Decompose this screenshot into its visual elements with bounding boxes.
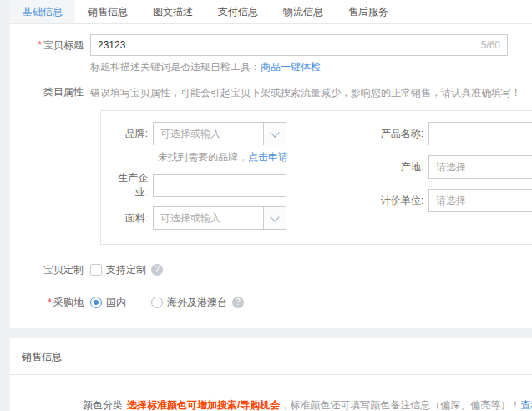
brand-row: 品牌: 可选择或输入	[106, 122, 370, 145]
title-helper-row: 标题和描述关键词是否违规自检工具：商品一键体检	[90, 60, 532, 74]
unit-row: 计价单位:	[370, 189, 532, 212]
fabric-row: 面料: 可选择或输入	[106, 206, 370, 230]
color-class-note: 选择标准颜色可增加搜索/导购机会，标准颜色还可填写颜色备注信息（偏深、偏亮等）！…	[127, 398, 532, 411]
origin-row: 产地:	[370, 155, 532, 179]
color-note-rest: ，标准颜色还可填写颜色备注信息（偏深、偏亮等）！	[280, 399, 520, 411]
category-attr-box: 品牌: 可选择或输入 未找到需要的品牌，点击申请 生产企业: 面料: 可选择或输…	[100, 110, 532, 245]
brand-select-value: 可选择或输入	[154, 123, 263, 145]
chevron-down-icon[interactable]	[263, 207, 286, 229]
product-title-input[interactable]: 23123 5/60	[90, 34, 508, 56]
chevron-down-icon[interactable]	[263, 123, 286, 145]
manufacturer-input[interactable]	[153, 174, 286, 197]
support-custom-text: 支持定制	[106, 263, 146, 277]
view-details-link[interactable]: 查看详情	[520, 399, 532, 411]
unit-select[interactable]	[428, 189, 532, 212]
form-tabbar: 基础信息 销售信息 图文描述 支付信息 物流信息 售后服务	[10, 0, 532, 24]
brand-label: 品牌:	[106, 127, 153, 141]
required-asterisk: *	[38, 39, 42, 51]
unit-label: 计价单位:	[370, 194, 428, 208]
product-name-label: 产品名称:	[370, 127, 428, 141]
category-attr-warning: 错误填写宝贝属性，可能会引起宝贝下架或搜索流量减少，影响您的正常销售，请认真准确…	[90, 85, 521, 99]
purchase-place-label: *采购地	[10, 292, 90, 313]
self-check-link[interactable]: 商品一键体检	[261, 61, 321, 73]
color-note-bold: 选择标准颜色可增加搜索/导购机会	[127, 399, 280, 411]
brand-select[interactable]: 可选择或输入	[153, 122, 286, 145]
customization-row: 宝贝定制 支持定制	[10, 259, 532, 281]
section-gap	[0, 328, 532, 338]
fabric-label: 面料:	[106, 211, 153, 226]
fabric-select[interactable]: 可选择或输入	[153, 206, 286, 230]
radio-domestic-text: 国内	[106, 296, 126, 310]
product-name-row: 产品名称:	[370, 122, 532, 145]
radio-overseas-text: 海外及港澳台	[167, 296, 227, 310]
attr-right-column: 产品名称: 产地: 计价单位:	[370, 122, 532, 230]
product-name-input[interactable]	[428, 122, 532, 145]
category-attr-row: 类目属性 错误填写宝贝属性，可能会引起宝贝下架或搜索流量减少，影响您的正常销售，…	[10, 85, 532, 99]
basic-info-card: 基础信息 销售信息 图文描述 支付信息 物流信息 售后服务 *宝贝标题 2312…	[10, 0, 532, 328]
sales-info-card: 销售信息 颜色分类 选择标准颜色可增加搜索/导购机会，标准颜色还可填写颜色备注信…	[10, 338, 532, 411]
purchase-place-row: *采购地 国内 海外及港澳台	[10, 292, 532, 313]
category-attr-label: 类目属性	[10, 85, 90, 99]
title-helper-text: 标题和描述关键词是否违规自检工具：	[90, 61, 261, 73]
product-title-label: *宝贝标题	[10, 34, 90, 56]
manufacturer-label: 生产企业:	[106, 171, 153, 200]
brand-helper-row: 未找到需要的品牌，点击申请	[158, 150, 370, 165]
tab-payment-info[interactable]: 支付信息	[205, 0, 271, 23]
radio-domestic[interactable]	[90, 297, 102, 308]
fabric-select-value: 可选择或输入	[154, 207, 263, 229]
tab-logistics-info[interactable]: 物流信息	[271, 0, 336, 23]
radio-overseas[interactable]	[151, 297, 163, 308]
tab-description[interactable]: 图文描述	[140, 0, 205, 23]
attr-left-column: 品牌: 可选择或输入 未找到需要的品牌，点击申请 生产企业: 面料: 可选择或输…	[106, 122, 370, 230]
origin-select[interactable]	[428, 155, 532, 179]
manufacturer-row: 生产企业:	[106, 171, 370, 200]
tab-sales-info[interactable]: 销售信息	[75, 0, 140, 23]
color-class-row: 颜色分类 选择标准颜色可增加搜索/导购机会，标准颜色还可填写颜色备注信息（偏深、…	[10, 398, 532, 411]
question-icon[interactable]	[232, 297, 244, 308]
tab-aftersale-service[interactable]: 售后服务	[336, 0, 401, 23]
tab-basic-info[interactable]: 基础信息	[10, 0, 75, 23]
color-class-label: 颜色分类	[10, 398, 127, 411]
sales-section-title: 销售信息	[10, 338, 532, 375]
product-title-value: 23123	[98, 39, 125, 51]
question-icon[interactable]	[151, 264, 163, 276]
required-asterisk: *	[48, 297, 52, 308]
brand-helper-text: 未找到需要的品牌，	[158, 151, 248, 163]
customization-label: 宝贝定制	[10, 259, 90, 281]
product-title-row: *宝贝标题 23123 5/60	[10, 34, 532, 56]
title-char-counter: 5/60	[481, 39, 500, 51]
brand-apply-link[interactable]: 点击申请	[248, 151, 288, 163]
origin-label: 产地:	[370, 160, 428, 175]
support-custom-checkbox[interactable]	[90, 264, 102, 276]
